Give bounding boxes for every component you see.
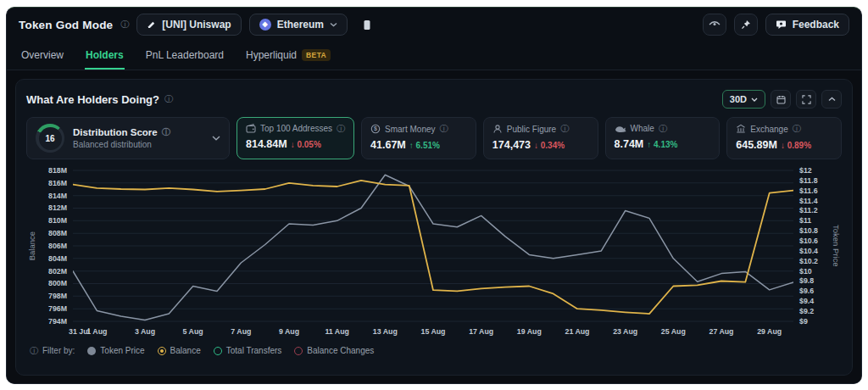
chevron-down-icon xyxy=(751,98,758,102)
x-tick: 23 Aug xyxy=(613,327,637,336)
x-tick: 21 Aug xyxy=(565,327,589,336)
y-tick: $10.4 xyxy=(799,247,831,255)
watchlist-button[interactable] xyxy=(703,14,726,36)
holder-category-cards: 16 Distribution Score ⓘ Balanced distrib… xyxy=(26,117,842,159)
chevron-down-icon xyxy=(330,22,337,27)
y-tick: $11.8 xyxy=(799,176,831,185)
y-tick: $11.2 xyxy=(799,206,831,214)
holders-chart: Balance 818M816M814M812M810M808M806M804M… xyxy=(26,166,842,340)
pin-button[interactable] xyxy=(734,14,758,36)
stat-card-info-icon[interactable]: ⓘ xyxy=(659,125,667,133)
stat-card-value: 814.84M xyxy=(246,138,287,150)
stat-card-label: Top 100 Addresses xyxy=(260,124,332,133)
ethereum-icon: ◆ xyxy=(259,19,271,31)
y-tick: 818M xyxy=(37,166,67,175)
panel-title: What Are Holders Doing? xyxy=(26,93,159,106)
x-tick: 25 Aug xyxy=(661,327,686,336)
y-tick: $9.4 xyxy=(799,297,831,305)
stat-card-info-icon[interactable]: ⓘ xyxy=(560,125,569,133)
stat-card-smart-money[interactable]: $Smart Moneyⓘ41.67M↑ 6.51% xyxy=(361,117,476,159)
distribution-score-value: 16 xyxy=(39,127,62,150)
distribution-score-subtitle: Balanced distribution xyxy=(73,140,203,149)
tab-overview[interactable]: Overview xyxy=(20,42,64,70)
collapse-button[interactable] xyxy=(821,90,842,109)
wallet-icon xyxy=(246,124,256,133)
token-selector-label: [UNI] Uniswap xyxy=(162,19,231,31)
stat-card-info-icon[interactable]: ⓘ xyxy=(793,125,801,133)
date-range-label: 30D xyxy=(730,94,747,104)
token-price-line xyxy=(73,181,793,314)
stat-card-info-icon[interactable]: ⓘ xyxy=(337,125,345,133)
distribution-score-info-icon[interactable]: ⓘ xyxy=(162,128,170,136)
calendar-button[interactable] xyxy=(771,90,791,109)
y-tick: $10.2 xyxy=(799,257,831,265)
contract-icon xyxy=(362,20,372,31)
y-tick: $11.6 xyxy=(799,187,831,195)
filter-option-label: Balance xyxy=(170,346,201,355)
page-title: Token God Mode xyxy=(19,19,113,31)
filter-option-total-transfers[interactable]: Total Transfers xyxy=(214,346,282,355)
distribution-score-card[interactable]: 16 Distribution Score ⓘ Balanced distrib… xyxy=(26,117,230,159)
x-tick: 15 Aug xyxy=(420,327,445,336)
stat-card-change: ↓ 0.05% xyxy=(291,140,321,149)
stat-card-change: ↑ 6.51% xyxy=(409,141,440,150)
left-axis-ticks: 818M816M814M812M810M808M806M804M802M800M… xyxy=(37,166,73,326)
radio-icon xyxy=(87,347,96,355)
stat-card-exchange[interactable]: Exchangeⓘ645.89M↓ 0.89% xyxy=(726,117,842,159)
exchange-icon xyxy=(736,124,746,134)
y-tick: 804M xyxy=(37,254,67,263)
filter-label: Filter by: xyxy=(42,346,75,355)
content-area: What Are Holders Doing? ⓘ 30D xyxy=(7,70,861,383)
x-tick: 7 Aug xyxy=(231,327,251,336)
tab-holders[interactable]: Holders xyxy=(85,42,125,70)
distribution-score-title: Distribution Score xyxy=(73,127,158,137)
x-tick: 17 Aug xyxy=(469,327,493,336)
y-tick: $9 xyxy=(799,317,831,326)
panel-title-info-icon[interactable]: ⓘ xyxy=(164,95,173,103)
filter-info-icon[interactable]: ⓘ xyxy=(30,347,38,355)
eye-icon xyxy=(709,20,721,29)
calendar-icon xyxy=(776,95,786,104)
top-bar: Token God Mode ⓘ [UNI] Uniswap ◆ Ethereu… xyxy=(7,8,861,42)
left-axis-title: Balance xyxy=(26,166,37,326)
contract-button[interactable] xyxy=(355,14,379,36)
feedback-button[interactable]: Feedback xyxy=(765,14,849,36)
x-tick: 3 Aug xyxy=(135,327,155,336)
y-tick: 808M xyxy=(37,229,67,237)
y-tick: 796M xyxy=(37,304,67,313)
chart-plot-area[interactable] xyxy=(73,166,793,326)
filter-bar: ⓘ Filter by: Token PriceBalanceTotal Tra… xyxy=(26,346,842,355)
tab-hyperliquid[interactable]: Hyperliquid BETA xyxy=(245,42,331,70)
x-tick: 19 Aug xyxy=(517,327,542,336)
token-god-mode-window: Token God Mode ⓘ [UNI] Uniswap ◆ Ethereu… xyxy=(6,7,862,384)
chain-selector-button[interactable]: ◆ Ethereum xyxy=(249,14,348,36)
stat-card-value: 8.74M xyxy=(615,138,644,150)
smart-money-icon: $ xyxy=(370,124,381,134)
y-tick: 806M xyxy=(37,242,67,250)
y-tick: 810M xyxy=(37,216,67,225)
radio-icon xyxy=(294,347,303,355)
stat-card-info-icon[interactable]: ⓘ xyxy=(440,125,448,133)
token-selector-button[interactable]: [UNI] Uniswap xyxy=(136,14,241,36)
fullscreen-button[interactable] xyxy=(796,90,816,109)
distribution-score-gauge: 16 xyxy=(36,124,64,153)
right-axis-title: Token Price xyxy=(831,166,842,326)
y-tick: 802M xyxy=(37,267,67,276)
beta-badge: BETA xyxy=(302,49,331,61)
balance-line xyxy=(73,175,793,320)
stat-card-whale[interactable]: Whaleⓘ8.74M↑ 4.13% xyxy=(605,117,721,159)
stat-card-public-figure[interactable]: Public Figureⓘ174,473↓ 0.34% xyxy=(483,117,598,159)
filter-option-label: Total Transfers xyxy=(226,346,282,355)
filter-option-token-price[interactable]: Token Price xyxy=(87,346,144,355)
expand-icon xyxy=(802,95,811,104)
date-range-dropdown[interactable]: 30D xyxy=(722,90,765,109)
y-tick: 814M xyxy=(37,192,67,200)
chevron-down-icon[interactable] xyxy=(212,136,220,141)
filter-option-balance-changes[interactable]: Balance Changes xyxy=(294,346,374,355)
y-tick: 816M xyxy=(37,179,67,187)
x-tick: 1 Aug xyxy=(86,327,107,336)
filter-option-balance[interactable]: Balance xyxy=(158,346,201,355)
tab-pnl-leaderboard[interactable]: PnL Leaderboard xyxy=(145,42,225,70)
page-title-info-icon[interactable]: ⓘ xyxy=(120,20,129,29)
stat-card-top-100-addresses[interactable]: Top 100 Addressesⓘ814.84M↓ 0.05% xyxy=(236,117,354,159)
